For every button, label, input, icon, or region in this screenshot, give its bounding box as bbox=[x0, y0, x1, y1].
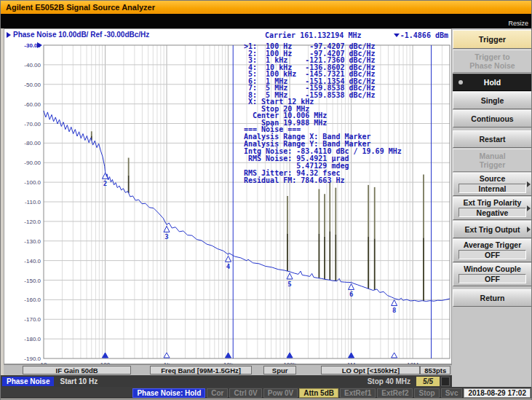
setting-chip-if-gain-50db[interactable]: IF Gain 50dB bbox=[23, 366, 131, 374]
y-tick-label: -160.0 bbox=[24, 297, 41, 303]
y-tick-label: -180.0 bbox=[24, 336, 41, 342]
marker-readout: >1: 100 Hz -97.4207 dBc/Hz 2: 100 Hz -97… bbox=[244, 43, 376, 126]
x-tick-label: 100 bbox=[100, 361, 111, 364]
sweep-status-bar: Phase Noise Start 10 Hz Stop 40 MHz 5/5 bbox=[1, 375, 452, 387]
status-chip-extref1: ExtRef1 bbox=[340, 388, 376, 398]
axis-markers bbox=[103, 353, 397, 358]
setting-chip-freq-band-99m-1-5ghz[interactable]: Freq Band [99M-1.5GHz] bbox=[150, 366, 252, 374]
softkey-label: Average Trigger bbox=[464, 240, 522, 250]
marker-2-number: 2 bbox=[103, 180, 107, 187]
phase-noise-chart-panel: Phase Noise 10.00dB/ Ref -30.00dBc/Hz Ca… bbox=[4, 28, 452, 364]
softkey-label: Continuous bbox=[471, 114, 513, 123]
y-tick-label: -170.0 bbox=[24, 316, 41, 323]
e5052b-screen: Agilent E5052B Signal Source Analyzer Re… bbox=[0, 0, 532, 400]
instrument-status-bar: Phase Noise: HoldCorCtrl 0VPow 0VAttn 5d… bbox=[1, 387, 532, 399]
submenu-arrow-icon bbox=[527, 227, 531, 232]
sidebar-item-trigger-to-phase-noise[interactable]: Trigger toPhase Noise bbox=[453, 50, 532, 73]
y-tick-label: -120.0 bbox=[24, 219, 41, 225]
y-tick-label: -190.0 bbox=[24, 356, 41, 362]
carrier-readout: Carrier 161.132194 MHz -1.4866 dBm bbox=[265, 31, 448, 39]
sidebar-item-hold[interactable]: Hold bbox=[453, 74, 532, 91]
sidebar-item-source[interactable]: SourceInternal bbox=[453, 173, 532, 196]
sidebar-item-single[interactable]: Single bbox=[453, 92, 532, 109]
noise-readout: === Noise === Analysis Range X: Band Mar… bbox=[244, 126, 402, 184]
softkey-label: Source bbox=[480, 174, 506, 184]
y-tick-label: -90.00 bbox=[24, 160, 41, 166]
x-tick-label: 10 bbox=[41, 361, 47, 364]
softkey-label-line: Trigger to bbox=[475, 52, 509, 61]
marker-3-number: 3 bbox=[164, 233, 168, 240]
status-mini-box bbox=[441, 377, 450, 386]
average-count-badge: 5/5 bbox=[416, 377, 440, 386]
marker-6-number: 6 bbox=[349, 291, 353, 298]
measurement-settings-bar: IF Gain 50dBFreq Band [99M-1.5GHz]SpurLO… bbox=[4, 364, 452, 375]
selected-bullet-icon bbox=[458, 80, 463, 85]
status-chip-pow-0v: Pow 0V bbox=[263, 388, 298, 398]
setting-chip-lo-opt-150khz[interactable]: LO Opt [<150kHz] bbox=[321, 366, 420, 374]
softkey-label: Ext Trig Polarity bbox=[464, 198, 522, 208]
sidebar-item-average-trigger[interactable]: Average TriggerOFF bbox=[453, 239, 532, 262]
marker-4-number: 4 bbox=[226, 263, 231, 270]
menu-title-trigger: Trigger bbox=[453, 30, 532, 49]
status-chip-phase-noise-hold: Phase Noise: Hold bbox=[132, 388, 205, 398]
active-measurement-chip: Phase Noise bbox=[2, 377, 54, 386]
marker-4-triangle-icon[interactable] bbox=[226, 256, 231, 262]
y-tick-label: -80.00 bbox=[24, 140, 41, 146]
trace-header-label: Phase Noise 10.00dB/ Ref -30.00dBc/Hz bbox=[13, 31, 149, 39]
carrier-power-marker-icon bbox=[394, 34, 400, 37]
softkey-menu: TriggerTrigger toPhase NoiseHoldSingleCo… bbox=[452, 28, 532, 387]
status-chip-ctrl-0v: Ctrl 0V bbox=[229, 388, 261, 398]
sidebar-item-restart[interactable]: Restart bbox=[453, 130, 532, 148]
marker-6-triangle-icon[interactable] bbox=[349, 283, 354, 289]
setting-chip-spur[interactable]: Spur bbox=[263, 366, 296, 374]
softkey-label-line: Manual bbox=[479, 152, 505, 160]
y-tick-label: -110.0 bbox=[25, 199, 41, 205]
softkey-label: Trigger bbox=[479, 35, 506, 44]
submenu-arrow-icon bbox=[527, 181, 531, 187]
softkey-label: Window Couple bbox=[464, 264, 521, 274]
marker-8-number: 8 bbox=[392, 307, 396, 314]
softkey-label: Ext Trig Output bbox=[465, 225, 520, 234]
axis-marker-icon bbox=[392, 353, 397, 358]
axis-marker-icon bbox=[226, 353, 231, 358]
status-chip-extref2: ExtRef2 bbox=[377, 388, 413, 398]
softkey-value: OFF bbox=[458, 274, 525, 283]
softkey-value: OFF bbox=[458, 250, 525, 259]
x-tick-label: 10M bbox=[407, 361, 418, 364]
softkey-label: Restart bbox=[479, 135, 505, 144]
status-chip-attn-5db: Attn 5dB bbox=[299, 388, 338, 398]
sidebar-item-window-couple[interactable]: Window CoupleOFF bbox=[453, 263, 532, 286]
trace-select-icon bbox=[7, 32, 11, 38]
y-tick-label: -60.00 bbox=[24, 101, 41, 108]
x-tick-label: 1M bbox=[347, 361, 355, 364]
x-tick-label: 1k bbox=[164, 361, 170, 364]
sweep-start-label: Start 10 Hz bbox=[60, 377, 98, 385]
sidebar-item-return[interactable]: Return bbox=[453, 289, 532, 307]
window-title-bar: Agilent E5052B Signal Source Analyzer bbox=[1, 1, 532, 14]
y-axis-labels: -30.00-40.00-50.00-60.00-70.00-80.00-90.… bbox=[24, 42, 41, 362]
sidebar-item-manual-trigger[interactable]: ManualTrigger bbox=[453, 149, 532, 172]
softkey-label: Return bbox=[480, 294, 505, 302]
y-tick-label: -140.0 bbox=[24, 258, 41, 264]
sidebar-item-continuous[interactable]: Continuous bbox=[453, 110, 532, 128]
y-tick-label: -70.00 bbox=[24, 121, 41, 128]
axis-marker-icon bbox=[287, 353, 293, 358]
status-chip-stop: Stop bbox=[414, 388, 439, 398]
marker-5-triangle-icon[interactable] bbox=[287, 273, 293, 279]
marker-3-triangle-icon[interactable] bbox=[164, 226, 170, 232]
phase-noise-plot: 234568-30.00-40.00-50.00-60.00-70.00-80.… bbox=[4, 29, 453, 364]
sidebar-item-ext-trig-polarity[interactable]: Ext Trig PolarityNegative bbox=[453, 197, 532, 220]
sidebar-item-ext-trig-output[interactable]: Ext Trig Output bbox=[453, 221, 532, 238]
trace-markers[interactable]: 234568 bbox=[103, 173, 397, 314]
marker-5-number: 5 bbox=[287, 281, 291, 288]
y-tick-label: -100.0 bbox=[24, 179, 41, 186]
x-tick-label: 10k bbox=[223, 361, 234, 364]
resize-button[interactable]: Resize bbox=[508, 20, 528, 27]
status-chip-cor: Cor bbox=[207, 388, 228, 398]
marker-8-triangle-icon[interactable] bbox=[392, 299, 397, 305]
carrier-power: -1.4866 dBm bbox=[400, 31, 448, 39]
window-title: Agilent E5052B Signal Source Analyzer bbox=[6, 3, 155, 12]
submenu-arrow-icon bbox=[527, 205, 531, 211]
y-tick-label: -50.00 bbox=[24, 82, 41, 88]
y-tick-label: -40.00 bbox=[24, 62, 41, 68]
